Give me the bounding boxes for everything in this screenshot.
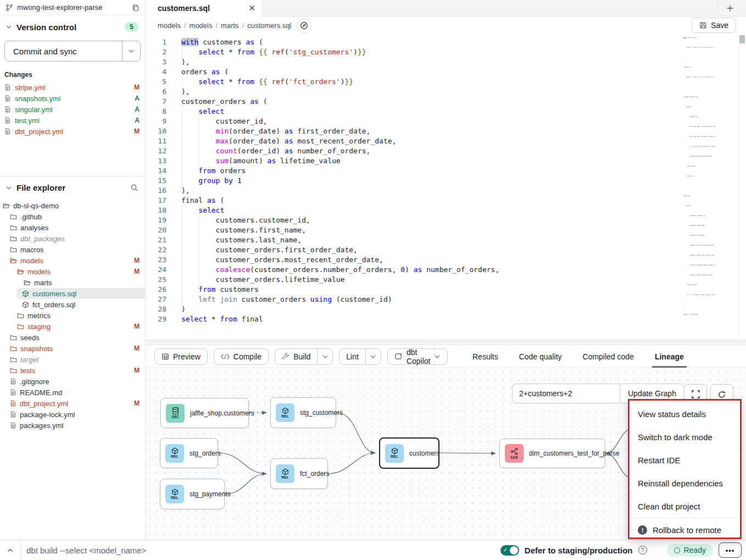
editor-scrollbar[interactable] bbox=[738, 34, 746, 340]
lineage-node-dim-customers-test-for-parse[interactable]: SEMdim_customers_test_for_parse bbox=[499, 439, 605, 468]
lint-dropdown-toggle[interactable] bbox=[365, 349, 381, 364]
file-tree: db-sl-qs-demo.githubanalysesdbt_packages… bbox=[0, 200, 145, 431]
new-tab-button[interactable] bbox=[717, 0, 742, 16]
line-number: 28 bbox=[146, 304, 175, 314]
line-number: 8 bbox=[146, 107, 175, 117]
status-badge: Ready bbox=[667, 544, 713, 557]
tree-item-label: customers.sql bbox=[32, 290, 76, 298]
lineage-search-input[interactable] bbox=[512, 384, 620, 403]
tree-item-packages-yml[interactable]: packages.yml bbox=[0, 420, 145, 431]
tree-item-dbt-packages[interactable]: dbt_packages bbox=[0, 233, 145, 244]
menu-item-view-status-details[interactable]: View status details bbox=[630, 402, 740, 425]
more-options-button[interactable]: ••• bbox=[719, 542, 742, 558]
lineage-node-customers[interactable]: MDLcustomers bbox=[379, 437, 439, 469]
tree-item-label: analyses bbox=[20, 224, 48, 232]
tab-code-quality[interactable]: Code quality bbox=[509, 345, 572, 368]
tree-item-metrics[interactable]: metrics bbox=[0, 310, 145, 321]
tree-item-label: fct_orders.sql bbox=[32, 301, 75, 309]
tree-item-label: models bbox=[20, 257, 43, 265]
tree-item-staging[interactable]: stagingM bbox=[0, 321, 145, 332]
build-button[interactable]: Build bbox=[275, 348, 333, 365]
tree-item-analyses[interactable]: analyses bbox=[0, 222, 145, 233]
tree-item-macros[interactable]: macros bbox=[0, 244, 145, 255]
breadcrumb-segment[interactable]: models bbox=[190, 21, 213, 30]
help-icon[interactable]: ? bbox=[638, 546, 647, 555]
lineage-node-stg-payments[interactable]: MDLstg_payments bbox=[160, 479, 225, 509]
lineage-node-jaffle-shop-customers[interactable]: SRCjaffle_shop.customers bbox=[160, 398, 249, 428]
menu-item-switch-to-dark-mode[interactable]: Switch to dark mode bbox=[630, 425, 740, 448]
mdl-badge-icon: MDL bbox=[276, 403, 294, 422]
code-editor[interactable]: 1with customers as (2 select * from {{ r… bbox=[146, 34, 746, 340]
token: ( bbox=[254, 38, 263, 46]
code-text: select * from {{ ref('fct_orders')}} bbox=[175, 77, 353, 87]
defer-toggle[interactable]: ✓ bbox=[500, 545, 519, 556]
tab-results[interactable]: Results bbox=[462, 345, 509, 368]
commit-and-sync-button[interactable]: Commit and sync bbox=[4, 41, 141, 62]
tree-item--github[interactable]: .github bbox=[0, 211, 145, 222]
tree-item-snapshots[interactable]: snapshotsM bbox=[0, 343, 145, 354]
scrollbar-thumb[interactable] bbox=[739, 35, 745, 43]
breadcrumb-segment[interactable]: models bbox=[158, 21, 181, 30]
indent-guide bbox=[182, 255, 182, 265]
lint-button[interactable]: Lint bbox=[339, 348, 381, 365]
line-number: 29 bbox=[146, 314, 175, 324]
tree-item-models[interactable]: modelsM bbox=[0, 255, 145, 266]
tree-item--gitignore[interactable]: .gitignore bbox=[0, 376, 145, 387]
tab-compiled-code[interactable]: Compiled code bbox=[572, 345, 644, 368]
token: number_of_orders, bbox=[422, 265, 499, 274]
file-explorer-section: File explorer db-sl-qs-demo.githubanalys… bbox=[0, 176, 145, 431]
command-input[interactable] bbox=[21, 546, 500, 555]
code-line: 7customer_orders as ( bbox=[146, 97, 746, 107]
close-icon[interactable]: ✕ bbox=[248, 3, 255, 13]
copy-icon[interactable] bbox=[132, 4, 140, 12]
tree-item-db-sl-qs-demo[interactable]: db-sl-qs-demo bbox=[0, 200, 145, 211]
change-row[interactable]: snapshots.ymlA bbox=[0, 93, 145, 104]
tree-item-dbt-project-yml[interactable]: dbt_project.ymlM bbox=[0, 398, 145, 409]
compass-icon[interactable] bbox=[297, 18, 311, 33]
tree-item-fct-orders-sql[interactable]: fct_orders.sql bbox=[0, 299, 145, 310]
pane-resize-handle[interactable] bbox=[146, 340, 746, 345]
chevron-up-icon[interactable] bbox=[0, 540, 21, 560]
tree-item-marts[interactable]: marts bbox=[0, 277, 145, 288]
ready-label: Ready bbox=[684, 546, 706, 555]
tree-item-seeds[interactable]: seeds bbox=[0, 332, 145, 343]
code-text: customers.last_name, bbox=[175, 235, 302, 245]
breadcrumb-segment[interactable]: marts bbox=[221, 21, 239, 30]
tree-item-readme-md[interactable]: README.md bbox=[0, 387, 145, 398]
node-label: dim_customers_test_for_parse bbox=[529, 450, 620, 457]
menu-item-clean-dbt-project[interactable]: Clean dbt project bbox=[630, 495, 740, 518]
save-button[interactable]: Save bbox=[692, 18, 736, 33]
build-dropdown-toggle[interactable] bbox=[317, 349, 332, 364]
change-row[interactable]: test.ymlA bbox=[0, 115, 145, 126]
token: count bbox=[216, 147, 237, 155]
node-type-icon bbox=[171, 447, 179, 454]
status-bar: ✓ Defer to staging/production ? Ready ••… bbox=[0, 540, 746, 560]
menu-item-label: Clean dbt project bbox=[638, 502, 700, 511]
chevron-down-icon[interactable] bbox=[5, 185, 12, 191]
tree-item-customers-sql[interactable]: customers.sql bbox=[16, 288, 145, 299]
chevron-down-icon[interactable] bbox=[5, 24, 12, 30]
tree-item-target[interactable]: target bbox=[0, 354, 145, 365]
commit-dropdown-toggle[interactable] bbox=[122, 41, 140, 61]
plus-icon bbox=[726, 4, 734, 13]
search-icon[interactable] bbox=[130, 184, 138, 192]
change-row[interactable]: singular.ymlA bbox=[0, 104, 145, 115]
menu-item-restart-ide[interactable]: Restart IDE bbox=[630, 448, 740, 472]
change-row[interactable]: dbt_project.ymlM bbox=[0, 126, 145, 137]
code-text: customers.first_name, bbox=[175, 225, 306, 235]
compile-button[interactable]: Compile bbox=[214, 348, 269, 365]
indent-guide bbox=[199, 275, 199, 285]
lineage-node-fct-orders[interactable]: MDLfct_orders bbox=[270, 458, 328, 489]
token: most_recent_order_date, bbox=[293, 137, 397, 145]
preview-button[interactable]: Preview bbox=[154, 348, 208, 365]
lineage-node-stg-orders[interactable]: MDLstg_orders bbox=[160, 438, 218, 468]
tab-customers-sql[interactable]: customers.sql ✕ bbox=[146, 0, 263, 16]
tree-item-package-lock-yml[interactable]: package-lock.yml bbox=[0, 409, 145, 420]
menu-item-reinstall-dependencies[interactable]: Reinstall dependencies bbox=[630, 472, 740, 495]
change-row[interactable]: stripe.ymlM bbox=[0, 82, 145, 93]
tree-item-tests[interactable]: testsM bbox=[0, 365, 145, 376]
menu-item-rollback-to-remote[interactable]: !Rollback to remote bbox=[630, 518, 740, 542]
lineage-node-stg-customers[interactable]: MDLstg_customers bbox=[270, 397, 336, 428]
tree-item-models[interactable]: modelsM bbox=[0, 266, 145, 277]
tab-lineage[interactable]: Lineage bbox=[644, 345, 694, 368]
